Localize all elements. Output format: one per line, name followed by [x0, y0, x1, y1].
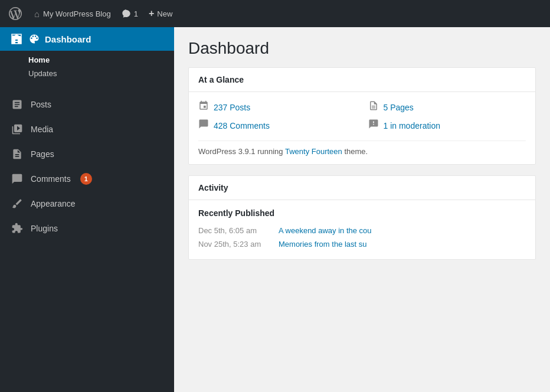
pin-icon	[198, 100, 209, 114]
plus-icon: +	[149, 8, 154, 19]
at-a-glance-body: 237 Posts 5 Pages	[189, 92, 535, 164]
posts-count-link[interactable]: 237 Posts	[214, 103, 250, 112]
main-content: Dashboard At a Glance 237 Posts	[174, 27, 550, 392]
glance-stats-grid: 237 Posts 5 Pages	[198, 100, 526, 132]
comments-nav-icon	[11, 172, 24, 185]
at-a-glance-header: At a Glance	[189, 68, 535, 92]
pages-stat-icon	[368, 100, 379, 114]
sidebar-item-dashboard[interactable]: Dashboard	[0, 27, 174, 51]
sidebar: Dashboard Home Updates Posts	[0, 27, 174, 392]
appearance-label: Appearance	[31, 199, 76, 208]
activity-body: Recently Published Dec 5th, 6:05 am A we…	[189, 200, 535, 259]
activity-date-1: Dec 5th, 6:05 am	[198, 226, 269, 235]
plugins-label: Plugins	[31, 224, 58, 233]
sidebar-sub-home[interactable]: Home	[28, 53, 174, 67]
wp-version-info: WordPress 3.9.1 running Twenty Fourteen …	[198, 141, 526, 156]
activity-link-2[interactable]: Memories from the last su	[279, 240, 367, 249]
at-a-glance-title: At a Glance	[198, 75, 526, 84]
new-content-link[interactable]: + New	[149, 8, 172, 19]
comments-link[interactable]: 1	[122, 9, 138, 18]
at-a-glance-widget: At a Glance 237 Posts	[188, 67, 536, 165]
new-label: New	[157, 9, 172, 18]
activity-date-2: Nov 25th, 5:23 am	[198, 240, 269, 249]
media-label: Media	[31, 125, 53, 134]
sidebar-item-plugins[interactable]: Plugins	[0, 216, 174, 241]
moderation-stat: 1 in moderation	[368, 119, 526, 132]
appearance-icon	[11, 197, 24, 210]
sidebar-sub-updates[interactable]: Updates	[28, 67, 174, 80]
sidebar-item-appearance[interactable]: Appearance	[0, 191, 174, 216]
page-title: Dashboard	[188, 39, 536, 58]
posts-icon	[11, 98, 24, 111]
comments-count-link[interactable]: 428 Comments	[214, 121, 270, 130]
sidebar-item-comments[interactable]: Comments 1	[0, 166, 174, 191]
home-icon: ⌂	[34, 9, 40, 19]
dashboard-label: Dashboard	[45, 34, 91, 44]
activity-title: Activity	[198, 183, 526, 192]
recently-published-title: Recently Published	[198, 208, 526, 218]
pages-label: Pages	[31, 149, 54, 159]
activity-link-1[interactable]: A weekend away in the cou	[279, 226, 372, 235]
sidebar-item-pages[interactable]: Pages	[0, 142, 174, 166]
theme-link[interactable]: Twenty Fourteen	[285, 147, 342, 156]
pages-stat: 5 Pages	[368, 100, 526, 114]
comments-nav-label: Comments	[31, 174, 71, 184]
sidebar-item-media[interactable]: Media	[0, 117, 174, 142]
moderation-count-link[interactable]: 1 in moderation	[384, 121, 441, 130]
comment-icon	[198, 119, 209, 132]
comments-stat: 428 Comments	[198, 119, 356, 132]
admin-bar: ⌂ My WordPress Blog 1 + New	[0, 0, 550, 27]
app-layout: Dashboard Home Updates Posts	[0, 27, 550, 392]
dashboard-submenu: Home Updates	[0, 51, 174, 89]
comments-badge: 1	[80, 173, 92, 185]
activity-header: Activity	[189, 176, 535, 200]
comment-mod-icon	[368, 119, 379, 132]
activity-row: Nov 25th, 5:23 am Memories from the last…	[198, 237, 526, 251]
pages-icon	[11, 148, 24, 161]
site-name: My WordPress Blog	[43, 9, 111, 18]
plugins-icon	[11, 222, 24, 235]
sidebar-menu: Posts Media Pages	[0, 89, 174, 244]
activity-row: Dec 5th, 6:05 am A weekend away in the c…	[198, 224, 526, 237]
sidebar-item-posts[interactable]: Posts	[0, 92, 174, 117]
media-icon	[11, 123, 24, 136]
posts-stat: 237 Posts	[198, 100, 356, 114]
site-name-link[interactable]: ⌂ My WordPress Blog	[34, 9, 111, 19]
pages-count-link[interactable]: 5 Pages	[384, 103, 414, 112]
wp-logo[interactable]	[7, 5, 24, 22]
posts-label: Posts	[31, 100, 51, 109]
comments-count: 1	[134, 9, 138, 18]
activity-widget: Activity Recently Published Dec 5th, 6:0…	[188, 175, 536, 260]
